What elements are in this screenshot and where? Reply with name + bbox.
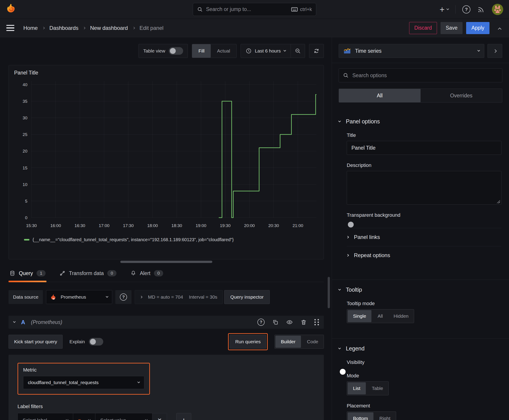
chevron-down-icon bbox=[477, 49, 480, 52]
tooltip-header[interactable]: Tooltip bbox=[339, 286, 501, 293]
trash-icon[interactable] bbox=[301, 319, 307, 325]
remove-filter-button[interactable]: ✕ bbox=[152, 413, 167, 420]
code-option[interactable]: Code bbox=[302, 335, 324, 348]
tab-alert[interactable]: Alert 0 bbox=[129, 267, 164, 282]
time-range-button[interactable]: Last 6 hours bbox=[241, 44, 291, 58]
query-help-icon[interactable]: ? bbox=[258, 319, 265, 326]
series-color-swatch[interactable] bbox=[24, 239, 29, 240]
series-label[interactable]: {__name__="cloudflared_tunnel_total_requ… bbox=[32, 237, 234, 242]
svg-text:17:30: 17:30 bbox=[123, 223, 134, 228]
options-search-input[interactable] bbox=[352, 73, 498, 79]
tooltip-mode-single[interactable]: Single bbox=[348, 310, 372, 322]
tooltip-mode-switch: Single All Hidden bbox=[347, 309, 414, 323]
drag-handle-icon[interactable] bbox=[314, 319, 316, 320]
svg-text:20:00: 20:00 bbox=[244, 223, 255, 228]
toggle-viz-picker-button[interactable] bbox=[487, 44, 502, 58]
select-value-dropdown[interactable]: Select value bbox=[95, 413, 152, 420]
description-textarea[interactable] bbox=[347, 171, 501, 205]
actual-option[interactable]: Actual bbox=[211, 44, 236, 58]
user-avatar[interactable] bbox=[492, 4, 503, 15]
options-search[interactable] bbox=[339, 68, 502, 82]
chevron-right-icon bbox=[83, 27, 85, 29]
visualization-picker[interactable]: Time series bbox=[339, 44, 484, 58]
legend-mode-table[interactable]: Table bbox=[366, 382, 388, 395]
chevron-right-icon bbox=[346, 254, 349, 256]
add-filter-button[interactable]: + bbox=[176, 413, 191, 420]
svg-text:18:30: 18:30 bbox=[171, 223, 182, 228]
panel-options-header[interactable]: Panel options bbox=[339, 118, 501, 125]
select-label-dropdown[interactable]: Select label bbox=[17, 413, 73, 420]
live-broadcast-icon[interactable] bbox=[477, 5, 485, 14]
breadcrumb-home[interactable]: Home bbox=[23, 25, 38, 31]
panel-options-section: Panel options Title Description Transpar… bbox=[332, 112, 509, 272]
alert-count-badge: 0 bbox=[154, 270, 163, 276]
resize-handle-icon[interactable] bbox=[496, 200, 500, 203]
tab-overrides[interactable]: Overrides bbox=[421, 89, 502, 102]
breadcrumb-dashboards[interactable]: Dashboards bbox=[49, 25, 78, 31]
editor-tabs: Query 1 Transform data 0 Alert 0 bbox=[8, 267, 324, 282]
collapse-options-button[interactable] bbox=[497, 23, 503, 32]
collapse-query-icon[interactable] bbox=[13, 320, 15, 323]
add-menu-button[interactable]: + bbox=[440, 5, 449, 14]
repeat-options-row[interactable]: Repeat options bbox=[347, 246, 501, 264]
table-view-toggle[interactable] bbox=[169, 47, 183, 55]
eye-icon[interactable] bbox=[286, 319, 293, 326]
tooltip-section: Tooltip Tooltip mode Single All Hidden bbox=[332, 279, 509, 331]
query-toolbar: Kick start your query Explain Run querie… bbox=[8, 333, 324, 350]
menu-toggle-icon[interactable] bbox=[6, 25, 14, 31]
chart-svg[interactable]: 051015202530354015:3016:0016:3017:0017:3… bbox=[12, 78, 320, 235]
refresh-button[interactable] bbox=[309, 44, 324, 58]
search-input[interactable] bbox=[206, 6, 288, 12]
legend-header[interactable]: Legend bbox=[339, 345, 501, 352]
query-inspector-button[interactable]: Query inspector bbox=[224, 290, 270, 304]
metric-label: Metric bbox=[23, 367, 144, 373]
datasource-help-button[interactable]: ? bbox=[115, 290, 131, 304]
duplicate-icon[interactable] bbox=[272, 319, 279, 325]
breadcrumb-new-dashboard[interactable]: New dashboard bbox=[90, 25, 128, 31]
query-options-summary[interactable]: MD = auto = 704 Interval = 30s bbox=[135, 290, 223, 304]
tab-transform-data[interactable]: Transform data 0 bbox=[59, 267, 117, 282]
global-search[interactable]: ctrl+k bbox=[193, 3, 316, 16]
chevron-down-icon bbox=[338, 347, 341, 349]
save-button[interactable]: Save bbox=[441, 22, 463, 34]
explain-toggle[interactable] bbox=[89, 338, 103, 345]
chevron-down-icon bbox=[137, 381, 140, 383]
timeseries-icon bbox=[343, 47, 351, 55]
legend-placement-right[interactable]: Right bbox=[374, 412, 396, 420]
metric-select[interactable]: cloudflared_tunnel_total_requests bbox=[23, 376, 144, 389]
top-bar: ctrl+k + ? bbox=[0, 0, 509, 19]
visibility-label: Visibility bbox=[347, 360, 501, 365]
svg-text:19:00: 19:00 bbox=[196, 223, 206, 228]
fill-option[interactable]: Fill bbox=[192, 44, 211, 58]
vertical-scrollbar[interactable] bbox=[328, 277, 330, 308]
interval: Interval = 30s bbox=[189, 294, 218, 300]
discard-button[interactable]: Discard bbox=[409, 22, 437, 34]
tab-query[interactable]: Query 1 bbox=[8, 267, 46, 282]
legend-placement-bottom[interactable]: Bottom bbox=[348, 412, 373, 420]
panel-links-row[interactable]: Panel links bbox=[347, 228, 501, 246]
operator-dropdown[interactable]: = bbox=[73, 413, 95, 420]
query-row-header[interactable]: A (Prometheus) ? bbox=[8, 316, 324, 329]
panel-title-input[interactable] bbox=[347, 141, 501, 155]
legend-mode-list[interactable]: List bbox=[348, 382, 366, 394]
apply-button[interactable]: Apply bbox=[466, 22, 489, 34]
prometheus-icon bbox=[50, 294, 57, 300]
datasource-picker[interactable]: Prometheus bbox=[46, 290, 112, 304]
legend-placement-switch: Bottom Right bbox=[347, 412, 396, 420]
run-queries-button[interactable]: Run queries bbox=[230, 335, 266, 349]
tab-all[interactable]: All bbox=[339, 89, 421, 102]
panel-title: Panel Title bbox=[12, 68, 320, 78]
zoom-out-button[interactable] bbox=[291, 44, 305, 58]
svg-text:15:30: 15:30 bbox=[26, 223, 37, 228]
grafana-logo-icon[interactable] bbox=[6, 3, 17, 15]
help-button[interactable]: ? bbox=[462, 5, 471, 14]
kickstart-query-button[interactable]: Kick start your query bbox=[8, 335, 63, 349]
tooltip-mode-all[interactable]: All bbox=[372, 309, 388, 323]
label-filters-label: Label filters bbox=[17, 404, 315, 409]
svg-text:40: 40 bbox=[23, 82, 27, 87]
tooltip-mode-hidden[interactable]: Hidden bbox=[388, 309, 414, 323]
horizontal-scrollbar[interactable] bbox=[120, 261, 212, 263]
builder-option[interactable]: Builder bbox=[275, 336, 301, 348]
edit-panel-content: Table view Fill Actual Last 6 hours bbox=[0, 37, 332, 420]
svg-text:20: 20 bbox=[23, 149, 27, 153]
